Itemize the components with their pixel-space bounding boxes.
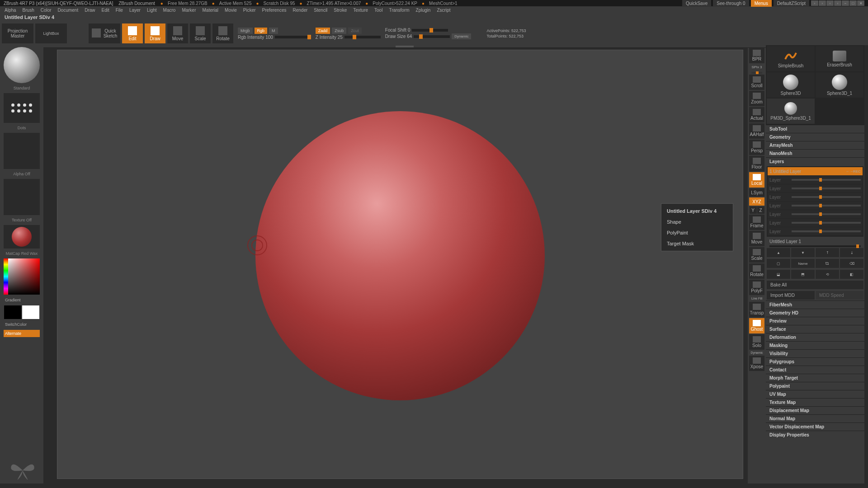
ghost-button[interactable]: Ghost	[749, 318, 764, 333]
layer-down-button[interactable]: ▼	[791, 248, 815, 257]
layer-up-button[interactable]: ▲	[767, 248, 790, 257]
section-subtool[interactable]: SubTool	[766, 125, 864, 133]
bpr-button[interactable]: BPR	[749, 48, 764, 63]
menu-document[interactable]: Document	[55, 7, 81, 13]
xyz-button[interactable]: XYZ	[749, 197, 764, 206]
layer-split-button[interactable]: ⬓	[767, 270, 790, 279]
layer-item[interactable]: Layer	[768, 193, 863, 201]
menu-tool[interactable]: Tool	[372, 7, 385, 13]
section-displayprops[interactable]: Display Properties	[766, 431, 864, 439]
popup-polypaint[interactable]: PolyPaint	[663, 227, 731, 238]
menu-alpha[interactable]: Alpha	[2, 7, 19, 13]
minimize-icon[interactable]: −	[842, 0, 849, 6]
viewport[interactable]	[57, 50, 743, 479]
layer-intensity-slider[interactable]	[769, 245, 861, 247]
section-layers[interactable]: Layers	[766, 157, 864, 165]
menu-zscript[interactable]: Zscript	[434, 7, 453, 13]
zcut-button[interactable]: Zcut	[348, 28, 362, 34]
tool-sphere3d-1[interactable]: Sphere3D_1	[816, 72, 863, 98]
section-uvmap[interactable]: UV Map	[766, 390, 864, 398]
popup-shape[interactable]: Shape	[663, 216, 731, 227]
texture-preview[interactable]	[4, 179, 40, 215]
section-nanomesh[interactable]: NanoMesh	[766, 149, 864, 157]
alternate-button[interactable]: Alternate	[4, 330, 40, 337]
lightbox-button[interactable]: LightBox	[35, 23, 67, 43]
menu-texture[interactable]: Texture	[350, 7, 371, 13]
scale-button[interactable]: Scale	[190, 23, 211, 43]
section-morphtarget[interactable]: Morph Target	[766, 374, 864, 382]
brush-preview[interactable]	[4, 47, 40, 83]
color-picker[interactable]	[4, 258, 40, 295]
menu-zplugin[interactable]: Zplugin	[413, 7, 434, 13]
menu-draw[interactable]: Draw	[82, 7, 98, 13]
section-visibility[interactable]: Visibility	[766, 349, 864, 357]
menu-edit[interactable]: Edit	[99, 7, 112, 13]
close-icon[interactable]: ✕	[857, 0, 864, 6]
layer-del-button[interactable]: ⌫	[840, 259, 863, 268]
import-mdd-button[interactable]: Import MDD	[767, 291, 815, 300]
layer-item[interactable]: Layer	[768, 227, 863, 235]
right-scrollbar[interactable]	[864, 45, 868, 483]
section-polygroups[interactable]: Polygroups	[766, 357, 864, 366]
rgb-intensity-slider[interactable]	[275, 36, 311, 38]
tool-pm3d-sphere[interactable]: PM3D_Sphere3D_1	[767, 99, 815, 124]
primary-color[interactable]	[22, 305, 39, 319]
win-icon-2[interactable]: ▫	[819, 0, 826, 6]
menu-transform[interactable]: Transform	[386, 7, 412, 13]
frame-button[interactable]: Frame	[749, 215, 764, 230]
secondary-color[interactable]	[4, 305, 21, 319]
section-polypaint[interactable]: Polypaint	[766, 382, 864, 390]
menu-stroke[interactable]: Stroke	[331, 7, 349, 13]
alpha-preview[interactable]	[4, 133, 40, 169]
mdd-speed-slider[interactable]: MDD Speed	[816, 291, 863, 300]
quicksave-button[interactable]: QuickSave	[682, 0, 711, 7]
menu-file[interactable]: File	[113, 7, 126, 13]
solo-button[interactable]: Solo	[749, 334, 764, 350]
focal-shift-slider[interactable]	[412, 29, 448, 32]
switchcolor-button[interactable]: SwitchColor	[4, 321, 40, 328]
layer-item[interactable]: Layer	[768, 184, 863, 192]
z-button[interactable]: Z	[757, 206, 764, 214]
layer-item[interactable]: Layer	[768, 176, 863, 184]
layer-mask-button[interactable]: ◧	[840, 270, 863, 279]
section-deformation[interactable]: Deformation	[766, 333, 864, 341]
local-button[interactable]: Local	[749, 172, 764, 188]
popup-targetmask[interactable]: Target Mask	[663, 238, 731, 249]
win-icon-4[interactable]: ▫	[834, 0, 841, 6]
section-fibermesh[interactable]: FiberMesh	[766, 300, 864, 309]
section-normalmap[interactable]: Normal Map	[766, 414, 864, 422]
nav-rotate-button[interactable]: Rotate	[749, 263, 764, 279]
section-masking[interactable]: Masking	[766, 341, 864, 349]
xpose-button[interactable]: Xpose	[749, 356, 764, 371]
menu-macro[interactable]: Macro	[160, 7, 179, 13]
material-preview[interactable]	[4, 225, 40, 249]
menu-preferences[interactable]: Preferences	[259, 7, 289, 13]
menu-color[interactable]: Color	[38, 7, 54, 13]
section-geometryhd[interactable]: Geometry HD	[766, 309, 864, 317]
seethrough-slider[interactable]: See-through 0	[713, 0, 749, 7]
floor-button[interactable]: Floor	[749, 156, 764, 171]
menus-button[interactable]: Menus	[751, 0, 772, 7]
layer-name-button[interactable]: Name	[791, 259, 815, 268]
layer-top-button[interactable]: ⤒	[816, 248, 839, 257]
menu-picker[interactable]: Picker	[241, 7, 259, 13]
menu-stencil[interactable]: Stencil	[311, 7, 330, 13]
maximize-icon[interactable]: □	[849, 0, 857, 6]
section-displacementmap[interactable]: Displacement Map	[766, 406, 864, 414]
zadd-button[interactable]: Zadd	[316, 28, 330, 34]
layer-bottom-button[interactable]: ⤓	[840, 248, 863, 257]
rgb-button[interactable]: Rgb	[255, 28, 268, 34]
mrgb-button[interactable]: Mrgb	[238, 28, 253, 34]
sphere-mesh[interactable]	[255, 111, 545, 400]
section-surface[interactable]: Surface	[766, 325, 864, 333]
section-preview[interactable]: Preview	[766, 317, 864, 325]
bake-all-button[interactable]: Bake All	[767, 281, 863, 289]
menu-marker[interactable]: Marker	[179, 7, 198, 13]
tool-sphere3d[interactable]: Sphere3D	[767, 72, 815, 98]
draw-button[interactable]: Draw	[145, 23, 165, 43]
layer-item[interactable]: Layer	[768, 210, 863, 218]
section-arraymesh[interactable]: ArrayMesh	[766, 141, 864, 149]
actual-button[interactable]: Actual	[749, 107, 764, 122]
quicksketch-button[interactable]: Quick Sketch	[89, 23, 120, 43]
menu-movie[interactable]: Movie	[222, 7, 240, 13]
